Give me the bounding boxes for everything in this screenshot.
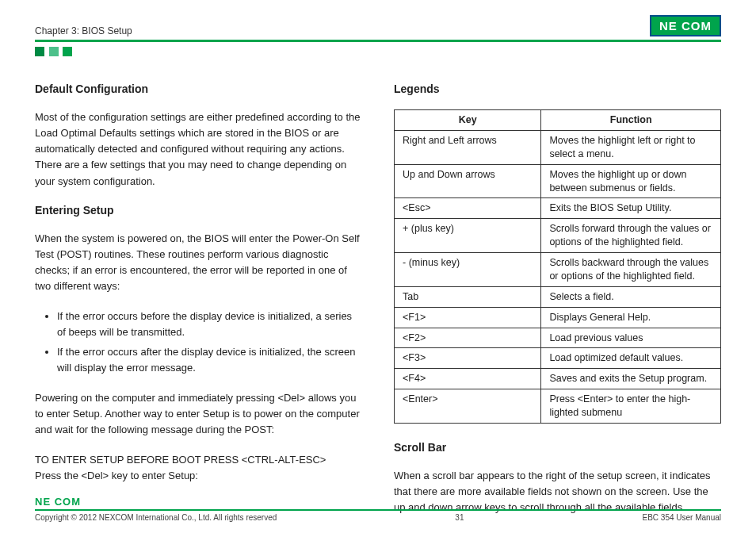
table-row: TabSelects a field. [395, 286, 721, 307]
col-function: Function [541, 110, 721, 131]
cell-key: <Esc> [395, 198, 541, 219]
doc-title: EBC 354 User Manual [642, 513, 721, 522]
cell-function: Exits the BIOS Setup Utility. [541, 198, 721, 219]
copyright-text: Copyright © 2012 NEXCOM International Co… [35, 513, 277, 522]
cell-function: Scrolls backward through the values or o… [541, 253, 721, 287]
cell-key: - (minus key) [395, 253, 541, 287]
heading-entering-setup: Entering Setup [35, 204, 362, 217]
cell-key: Right and Left arrows [395, 130, 541, 164]
right-column: Legends Key Function Right and Left arro… [394, 82, 721, 530]
list-item: If the error occurs after the display de… [57, 344, 362, 376]
heading-default-config: Default Configuration [35, 82, 362, 95]
square-icon [35, 47, 44, 56]
square-icon [63, 47, 72, 56]
table-row: <Esc>Exits the BIOS Setup Utility. [395, 198, 721, 219]
table-row: <F1>Displays General Help. [395, 307, 721, 328]
cell-function: Load previous values [541, 328, 721, 348]
cell-key: <F2> [395, 328, 541, 348]
cell-function: Load optimized default values. [541, 348, 721, 369]
page-number: 31 [455, 513, 464, 522]
cell-key: <F1> [395, 307, 541, 328]
cell-function: Saves and exits the Setup program. [541, 369, 721, 389]
table-row: <Enter>Press <Enter> to enter the high-l… [395, 389, 721, 424]
cell-key: Tab [395, 286, 541, 307]
legends-table: Key Function Right and Left arrowsMoves … [394, 109, 721, 424]
table-row: <F3>Load optimized default values. [395, 348, 721, 369]
table-row: <F4>Saves and exits the Setup program. [395, 369, 721, 389]
col-key: Key [395, 110, 541, 131]
header-rule [35, 40, 721, 42]
cell-function: Moves the highlight left or right to sel… [541, 130, 721, 164]
square-icon [49, 47, 59, 56]
table-row: <F2>Load previous values [395, 328, 721, 348]
cell-key: Up and Down arrows [395, 164, 541, 198]
content-columns: Default Configuration Most of the config… [35, 82, 721, 530]
page-footer: NE COM Copyright © 2012 NEXCOM Internati… [35, 496, 721, 522]
cell-function: Moves the highlight up or down between s… [541, 164, 721, 198]
table-header-row: Key Function [395, 110, 721, 131]
list-item: If the error occurs before the display d… [57, 309, 362, 340]
cell-function: Press <Enter> to enter the high-lighted … [541, 389, 721, 424]
table-row: Right and Left arrowsMoves the highlight… [395, 130, 721, 164]
cell-key: + (plus key) [395, 219, 541, 253]
table-row: + (plus key)Scrolls forward through the … [395, 219, 721, 253]
table-row: Up and Down arrowsMoves the highlight up… [395, 164, 721, 198]
cell-function: Scrolls forward through the values or op… [541, 219, 721, 253]
paragraph: Powering on the computer and immediately… [35, 390, 362, 438]
setup-instruction-line: TO ENTER SETUP BEFORE BOOT PRESS <CTRL-A… [35, 452, 362, 468]
page-header: Chapter 3: BIOS Setup NE COM [35, 14, 721, 36]
footer-rule [35, 509, 721, 511]
heading-scroll-bar: Scroll Bar [394, 441, 721, 454]
cell-key: <Enter> [395, 389, 541, 424]
left-column: Default Configuration Most of the config… [35, 82, 362, 530]
cell-function: Displays General Help. [541, 307, 721, 328]
chapter-label: Chapter 3: BIOS Setup [35, 25, 132, 36]
cell-key: <F4> [395, 369, 541, 389]
cell-key: <F3> [395, 348, 541, 369]
paragraph: Most of the configuration settings are e… [35, 109, 362, 190]
bullet-list: If the error occurs before the display d… [35, 309, 362, 376]
heading-legends: Legends [394, 82, 721, 95]
footer-logo: NE COM [35, 496, 721, 508]
paragraph: When the system is powered on, the BIOS … [35, 231, 362, 295]
cell-function: Selects a field. [541, 286, 721, 307]
table-row: - (minus key)Scrolls backward through th… [395, 253, 721, 287]
brand-logo: NE COM [650, 15, 721, 36]
decorative-squares [35, 47, 721, 59]
setup-instruction-line: Press the <Del> key to enter Setup: [35, 468, 362, 484]
